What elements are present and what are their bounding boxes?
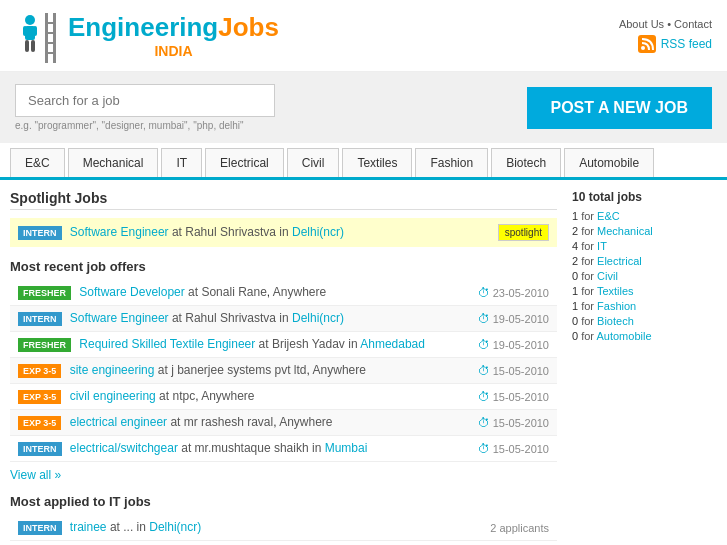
- sidebar-item: 1 for Fashion: [572, 300, 717, 312]
- sidebar-link-ec[interactable]: E&C: [597, 210, 620, 222]
- sidebar-link-textiles[interactable]: Textiles: [597, 285, 634, 297]
- tab-ec[interactable]: E&C: [10, 148, 65, 177]
- job-location-6[interactable]: Mumbai: [325, 441, 368, 455]
- job-title-0[interactable]: Software Developer: [79, 285, 184, 299]
- job-date-1: ⏱19-05-2010: [478, 312, 549, 326]
- badge-6: INTERN: [18, 442, 62, 456]
- clock-icon-2: ⏱: [478, 338, 490, 352]
- search-row: e.g. "programmer", "designer, mumbai", "…: [15, 84, 712, 131]
- svg-point-12: [641, 46, 645, 50]
- badge-1: INTERN: [18, 312, 62, 326]
- spotlight-row: INTERN Software Engineer at Rahul Shriva…: [10, 218, 557, 247]
- rss-area[interactable]: RSS feed: [619, 35, 712, 53]
- table-row: INTERN electrical/switchgear at mr.musht…: [10, 436, 557, 462]
- badge-4: EXP 3-5: [18, 390, 61, 404]
- badge-5: EXP 3-5: [18, 416, 61, 430]
- table-row: INTERN trainee at ... in Delhi(ncr) 2 ap…: [10, 515, 557, 541]
- spotlight-title: Spotlight Jobs: [10, 190, 557, 210]
- svg-rect-9: [33, 26, 37, 36]
- job-title-1[interactable]: Software Engineer: [70, 311, 169, 325]
- logo-eng: Engineering: [68, 12, 218, 42]
- table-row: EXP 3-5 electrical engineer at mr rashes…: [10, 410, 557, 436]
- job-location-4: Anywhere: [201, 389, 254, 403]
- tab-electrical[interactable]: Electrical: [205, 148, 284, 177]
- most-applied-title: Most applied to IT jobs: [10, 494, 557, 509]
- sidebar-total: 10 total jobs: [572, 190, 717, 204]
- sidebar-item: 0 for Automobile: [572, 330, 717, 342]
- job-location-0: Anywhere: [273, 285, 326, 299]
- header-right: About Us • Contact RSS feed: [619, 18, 712, 53]
- sidebar-link-it[interactable]: IT: [597, 240, 607, 252]
- tab-civil[interactable]: Civil: [287, 148, 340, 177]
- table-row: FRESHER Software Developer at Sonali Ran…: [10, 280, 557, 306]
- rss-icon: [638, 35, 656, 53]
- clock-icon-4: ⏱: [478, 390, 490, 404]
- job-location-5: Anywhere: [279, 415, 332, 429]
- header: EngineeringJobs INDIA About Us • Contact…: [0, 0, 727, 72]
- tab-automobile[interactable]: Automobile: [564, 148, 654, 177]
- job-row-left-1: INTERN Software Engineer at Rahul Shriva…: [18, 311, 478, 326]
- view-all-link[interactable]: View all »: [10, 468, 557, 482]
- job-row-left-5: EXP 3-5 electrical engineer at mr rashes…: [18, 415, 478, 430]
- sidebar-item: 1 for Textiles: [572, 285, 717, 297]
- svg-rect-8: [23, 26, 27, 36]
- clock-icon-5: ⏱: [478, 416, 490, 430]
- job-title-4[interactable]: civil engineering: [70, 389, 156, 403]
- tab-it[interactable]: IT: [161, 148, 202, 177]
- sidebar-link-mechanical[interactable]: Mechanical: [597, 225, 653, 237]
- job-title-5[interactable]: electrical engineer: [70, 415, 167, 429]
- applied-location-0[interactable]: Delhi(ncr): [149, 520, 201, 534]
- tabs-bar: E&C Mechanical IT Electrical Civil Texti…: [0, 143, 727, 180]
- table-row: INTERN Software Engineer at Rahul Shriva…: [10, 306, 557, 332]
- sidebar-item: 2 for Electrical: [572, 255, 717, 267]
- table-row: EXP 3-5 site engineering at j banerjee s…: [10, 358, 557, 384]
- table-row: EXP 3-5 civil engineering at ntpc, Anywh…: [10, 384, 557, 410]
- job-company-2: Brijesh Yadav: [272, 337, 345, 351]
- tab-biotech[interactable]: Biotech: [491, 148, 561, 177]
- spotlight-badge: INTERN: [18, 226, 62, 240]
- job-location-2[interactable]: Ahmedabad: [360, 337, 425, 351]
- sidebar: 10 total jobs 1 for E&C 2 for Mechanical…: [557, 190, 717, 541]
- spotlight-job-title[interactable]: Software Engineer: [70, 225, 169, 239]
- svg-rect-0: [45, 13, 48, 63]
- recent-jobs-title: Most recent job offers: [10, 259, 557, 274]
- main-content: Spotlight Jobs INTERN Software Engineer …: [0, 180, 727, 541]
- job-location-1[interactable]: Delhi(ncr): [292, 311, 344, 325]
- rss-label: RSS feed: [661, 37, 712, 51]
- table-row: FRESHER Required Skilled Textile Enginee…: [10, 332, 557, 358]
- tab-mechanical[interactable]: Mechanical: [68, 148, 159, 177]
- sidebar-link-automobile[interactable]: Automobile: [596, 330, 651, 342]
- tab-fashion[interactable]: Fashion: [415, 148, 488, 177]
- sidebar-link-civil[interactable]: Civil: [597, 270, 618, 282]
- content-area: Spotlight Jobs INTERN Software Engineer …: [10, 190, 557, 541]
- sidebar-item: 1 for E&C: [572, 210, 717, 222]
- job-row-left-4: EXP 3-5 civil engineering at ntpc, Anywh…: [18, 389, 478, 404]
- spotlight-location[interactable]: Delhi(ncr): [292, 225, 344, 239]
- tab-textiles[interactable]: Textiles: [342, 148, 412, 177]
- job-title-6[interactable]: electrical/switchgear: [70, 441, 178, 455]
- job-row-left-3: EXP 3-5 site engineering at j banerjee s…: [18, 363, 478, 378]
- clock-icon-6: ⏱: [478, 442, 490, 456]
- search-input[interactable]: [15, 84, 275, 117]
- sidebar-item: 2 for Mechanical: [572, 225, 717, 237]
- search-area: e.g. "programmer", "designer, mumbai", "…: [15, 84, 275, 131]
- job-company-4: ntpc: [172, 389, 195, 403]
- logo-jobs: Jobs: [218, 12, 279, 42]
- badge-3: EXP 3-5: [18, 364, 61, 378]
- job-title-3[interactable]: site engineering: [70, 363, 155, 377]
- nav-links-text: About Us • Contact: [619, 18, 712, 30]
- job-title-2[interactable]: Required Skilled Textile Engineer: [79, 337, 255, 351]
- clock-icon-0: ⏱: [478, 286, 490, 300]
- sidebar-link-electrical[interactable]: Electrical: [597, 255, 642, 267]
- sidebar-item: 0 for Biotech: [572, 315, 717, 327]
- most-applied-section: Most applied to IT jobs INTERN trainee a…: [10, 494, 557, 541]
- applied-job-title-0[interactable]: trainee: [70, 520, 107, 534]
- svg-rect-10: [25, 40, 29, 52]
- logo-text: EngineeringJobs INDIA: [68, 12, 279, 59]
- job-date-5: ⏱15-05-2010: [478, 416, 549, 430]
- post-job-button[interactable]: POST A NEW JOB: [527, 87, 713, 129]
- sidebar-link-biotech[interactable]: Biotech: [597, 315, 634, 327]
- sidebar-link-fashion[interactable]: Fashion: [597, 300, 636, 312]
- job-company-5: mr rashesh raval: [184, 415, 273, 429]
- spotlight-job: INTERN Software Engineer at Rahul Shriva…: [18, 225, 344, 240]
